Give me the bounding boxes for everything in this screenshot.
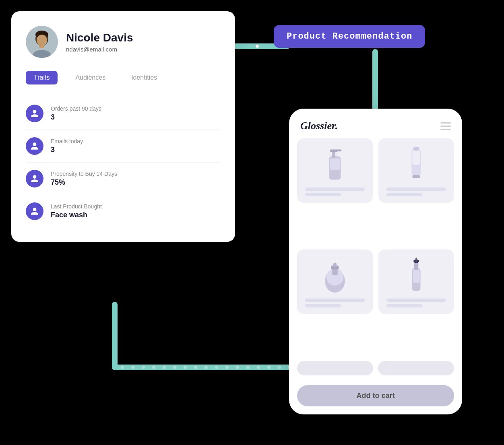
- svg-point-4: [37, 35, 47, 46]
- product-line: [305, 304, 341, 307]
- bottom-pill-1: [297, 361, 373, 375]
- product-card-2[interactable]: [378, 138, 454, 203]
- connector-vertical-right: [372, 49, 378, 117]
- dot: [142, 366, 145, 369]
- user-name: Nicole Davis: [66, 31, 133, 44]
- trait-emails-content: Emails today 3: [51, 138, 83, 154]
- profile-header: Nicole Davis ndavis@email.com: [26, 26, 221, 58]
- product-line: [305, 299, 365, 302]
- product-line: [386, 187, 446, 191]
- tabs: Traits Audiences Identities: [26, 71, 221, 84]
- svg-rect-6: [330, 159, 340, 170]
- svg-rect-18: [333, 263, 337, 267]
- trait-orders-label: Orders past 90 days: [51, 105, 101, 112]
- dot: [246, 366, 250, 369]
- svg-rect-9: [336, 150, 341, 152]
- trait-orders-content: Orders past 90 days 3: [51, 105, 101, 122]
- dot: [121, 366, 124, 369]
- product-card-1[interactable]: [297, 138, 373, 203]
- dot: [204, 366, 208, 369]
- products-grid: [289, 138, 462, 354]
- dot: [257, 366, 260, 369]
- product-line: [305, 187, 365, 191]
- phone-header: Glossier.: [289, 109, 462, 138]
- tab-identities[interactable]: Identities: [123, 71, 165, 84]
- dot: [278, 366, 281, 369]
- trait-propensity-value: 75%: [51, 178, 117, 187]
- svg-rect-23: [415, 258, 417, 262]
- product-line: [386, 299, 446, 302]
- dot: [225, 366, 229, 369]
- trait-last-product-label: Last Product Bought: [51, 203, 102, 210]
- product-line: [386, 304, 422, 307]
- trait-emails-value: 3: [51, 146, 83, 154]
- svg-rect-11: [412, 150, 420, 165]
- trait-orders-value: 3: [51, 113, 101, 122]
- svg-rect-13: [413, 147, 419, 151]
- connector-dot-teal: [265, 43, 271, 49]
- person-icon-4: [26, 202, 43, 220]
- connector-vertical-left: [112, 302, 118, 370]
- tab-traits[interactable]: Traits: [26, 71, 58, 84]
- trait-last-product: Last Product Bought Face wash: [26, 195, 221, 227]
- product-card-4[interactable]: [378, 249, 454, 314]
- trait-emails-label: Emails today: [51, 138, 83, 144]
- trait-emails: Emails today 3: [26, 130, 221, 163]
- phone-bottom-lines: [289, 354, 462, 382]
- svg-rect-21: [414, 262, 418, 270]
- add-to-cart-button[interactable]: Add to cart: [297, 385, 454, 406]
- trait-orders: Orders past 90 days 3: [26, 97, 221, 130]
- trait-last-product-value: Face wash: [51, 211, 102, 219]
- svg-point-3: [33, 50, 51, 58]
- phone-logo: Glossier.: [300, 120, 338, 132]
- hamburger-menu-icon[interactable]: [440, 122, 451, 130]
- svg-rect-12: [412, 175, 420, 178]
- profile-info: Nicole Davis ndavis@email.com: [66, 31, 133, 53]
- product-line: [386, 193, 422, 196]
- person-icon: [26, 105, 43, 122]
- product-card-3[interactable]: [297, 249, 373, 314]
- phone-mockup: Glossier.: [289, 109, 462, 414]
- product-line: [305, 193, 341, 196]
- dot: [163, 366, 166, 369]
- trait-last-product-content: Last Product Bought Face wash: [51, 203, 102, 219]
- avatar: [26, 26, 58, 58]
- product-recommendation-badge: Product Recommendation: [274, 25, 425, 48]
- trait-propensity: Propensity to Buy 14 Days 75%: [26, 163, 221, 195]
- trait-propensity-content: Propensity to Buy 14 Days 75%: [51, 171, 117, 187]
- dot: [236, 366, 239, 369]
- dot: [173, 366, 176, 369]
- bottom-pill-2: [378, 361, 454, 375]
- trait-propensity-label: Propensity to Buy 14 Days: [51, 171, 117, 177]
- tab-audiences[interactable]: Audiences: [67, 71, 114, 84]
- profile-card: Nicole Davis ndavis@email.com Traits Aud…: [11, 11, 235, 242]
- svg-rect-20: [413, 269, 419, 283]
- dot: [152, 366, 155, 369]
- person-icon-2: [26, 137, 43, 155]
- scene: Nicole Davis ndavis@email.com Traits Aud…: [0, 0, 504, 445]
- user-email: ndavis@email.com: [66, 46, 133, 53]
- dot: [194, 366, 197, 369]
- dot: [184, 366, 187, 369]
- dot: [215, 366, 218, 369]
- person-icon-3: [26, 170, 43, 187]
- connector-dot-white: [254, 43, 260, 49]
- dot: [267, 366, 271, 369]
- dot: [131, 366, 134, 369]
